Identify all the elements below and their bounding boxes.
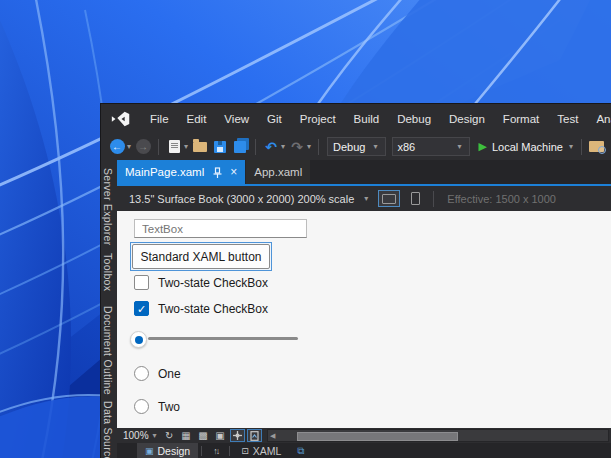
scrollbar-track[interactable]: [278, 431, 608, 440]
solution-platform-combo[interactable]: x86 ▾: [392, 137, 470, 156]
preview-checkbox-unchecked-row[interactable]: Two-state CheckBox: [134, 275, 268, 290]
refresh-icon: ↻: [165, 430, 173, 441]
menu-git[interactable]: Git: [258, 113, 291, 125]
toggle-artboard-button[interactable]: ▣: [213, 429, 228, 442]
undo-dropdown-caret-icon[interactable]: ▾: [281, 142, 285, 151]
menu-debug[interactable]: Debug: [388, 113, 440, 125]
xaml-tab-label: XAML: [253, 445, 282, 457]
tab-xaml-view[interactable]: ⊡ XAML: [233, 443, 289, 458]
redo-button[interactable]: ↷: [288, 137, 306, 157]
undo-button[interactable]: ↶: [262, 137, 280, 157]
radio-label: Two: [158, 400, 180, 414]
save-button[interactable]: [211, 137, 229, 157]
radio-unselected-icon[interactable]: [134, 399, 149, 414]
menu-test[interactable]: Test: [548, 113, 587, 125]
document-tab-strip: MainPage.xaml × App.xaml: [117, 160, 611, 184]
menu-analyze[interactable]: Analyze: [587, 113, 611, 125]
tab-app-xaml[interactable]: App.xaml: [246, 160, 310, 184]
radio-unselected-icon[interactable]: [134, 366, 149, 381]
checkbox-label: Two-state CheckBox: [158, 302, 268, 316]
menu-file[interactable]: File: [141, 113, 178, 125]
snap-to-snaplines-button[interactable]: [230, 429, 245, 442]
orientation-landscape-button[interactable]: [378, 190, 400, 207]
new-file-dropdown-caret-icon[interactable]: ▾: [184, 142, 188, 151]
open-file-button[interactable]: [191, 137, 209, 157]
save-icon: [214, 141, 226, 153]
swap-panes-button[interactable]: ↑↓: [205, 443, 226, 458]
view-tab-separator: [201, 446, 202, 456]
redo-icon: ↷: [291, 139, 303, 155]
designer-device-bar: 13.5" Surface Book (3000 x 2000) 200% sc…: [117, 186, 611, 211]
back-dropdown-caret-icon[interactable]: ▾: [127, 142, 131, 151]
xaml-design-surface[interactable]: Standard XAML button Two-state CheckBox …: [117, 211, 611, 428]
sidebar-item-toolbox[interactable]: Toolbox: [102, 253, 114, 291]
scroll-left-arrow-icon[interactable]: ◀: [268, 432, 278, 440]
preview-radio-one-row[interactable]: One: [134, 366, 181, 381]
landscape-monitor-icon: [382, 194, 396, 204]
left-tool-tab-strip: Server Explorer Toolbox Document Outline…: [101, 160, 117, 458]
find-in-files-button[interactable]: [588, 137, 606, 157]
preview-radio-two-row[interactable]: Two: [134, 399, 180, 414]
configuration-caret-icon: ▾: [373, 142, 377, 151]
orientation-portrait-button[interactable]: [404, 190, 426, 207]
solution-platform-value: x86: [398, 141, 416, 153]
checkbox-label: Two-state CheckBox: [158, 276, 268, 290]
new-file-icon: [169, 140, 180, 153]
run-play-icon: ▶: [479, 140, 487, 153]
device-caret-icon: ▾: [364, 194, 368, 203]
menu-view[interactable]: View: [215, 113, 258, 125]
selection-adorner[interactable]: Standard XAML button: [130, 242, 272, 271]
tab-mainpage-xaml[interactable]: MainPage.xaml ×: [117, 160, 245, 184]
menu-design[interactable]: Design: [440, 113, 494, 125]
preview-slider-track[interactable]: [148, 337, 298, 340]
snap-grid-button[interactable]: ▩: [196, 429, 211, 442]
refresh-designer-button[interactable]: ↻: [162, 429, 177, 442]
zoom-level-combo[interactable]: 100% ▾: [123, 430, 161, 441]
preview-standard-button[interactable]: Standard XAML button: [132, 244, 270, 269]
pin-icon[interactable]: [213, 167, 222, 178]
document-area: MainPage.xaml × App.xaml 13.5" Surface B…: [117, 160, 611, 458]
back-arrow-icon: ←: [110, 139, 125, 154]
start-debugging-button[interactable]: ▶ Local Machine ▾: [479, 137, 575, 157]
popout-pane-icon[interactable]: ⧉: [297, 445, 304, 457]
preview-checkbox-checked-row[interactable]: ✓ Two-state CheckBox: [134, 301, 268, 316]
solution-configuration-combo[interactable]: Debug ▾: [327, 137, 385, 156]
checkbox-unchecked-icon[interactable]: [134, 275, 149, 290]
tab-design-view[interactable]: ▣ Design: [137, 443, 198, 458]
toolbar-separator: [158, 139, 159, 155]
solution-configuration-value: Debug: [333, 141, 365, 153]
designer-horizontal-scrollbar[interactable]: ◀: [267, 429, 609, 442]
zoom-caret-icon: ▾: [153, 431, 157, 440]
sidebar-item-server-explorer[interactable]: Server Explorer: [102, 168, 114, 245]
sidebar-item-data-sources[interactable]: Data Sources: [102, 401, 114, 458]
menu-build[interactable]: Build: [345, 113, 389, 125]
zoom-level-value: 100%: [123, 430, 149, 441]
checkbox-checked-icon[interactable]: ✓: [134, 301, 149, 316]
menu-edit[interactable]: Edit: [178, 113, 216, 125]
show-grid-button[interactable]: ▦: [179, 429, 194, 442]
sidebar-item-document-outline[interactable]: Document Outline: [102, 306, 114, 395]
run-target-label: Local Machine: [492, 141, 563, 153]
menu-project[interactable]: Project: [291, 113, 345, 125]
designer-zoom-bar: 100% ▾ ↻ ▦ ▩ ▣: [117, 428, 611, 443]
device-preview-value: 13.5" Surface Book (3000 x 2000) 200% sc…: [129, 193, 354, 205]
artboard-icon: ▣: [215, 430, 224, 441]
preview-slider-thumb[interactable]: [130, 331, 147, 348]
toolbar-separator: [255, 139, 256, 155]
devicebar-separator: [433, 191, 434, 207]
preview-textbox[interactable]: [134, 219, 307, 238]
grid-icon: ▦: [181, 430, 190, 441]
navigate-back-button[interactable]: ←: [108, 137, 126, 157]
redo-dropdown-caret-icon[interactable]: ▾: [307, 142, 311, 151]
toolbar-separator: [581, 139, 582, 155]
visual-studio-logo-icon: [110, 111, 132, 127]
window-body: Server Explorer Toolbox Document Outline…: [101, 160, 611, 458]
scrollbar-thumb[interactable]: [297, 432, 458, 441]
new-file-button[interactable]: [165, 137, 183, 157]
menu-format[interactable]: Format: [494, 113, 548, 125]
disable-project-code-button[interactable]: [247, 429, 262, 442]
navigate-forward-button[interactable]: →: [134, 137, 152, 157]
save-all-button[interactable]: [231, 137, 249, 157]
device-preview-combo[interactable]: 13.5" Surface Book (3000 x 2000) 200% sc…: [123, 188, 376, 209]
close-tab-icon[interactable]: ×: [230, 165, 237, 179]
